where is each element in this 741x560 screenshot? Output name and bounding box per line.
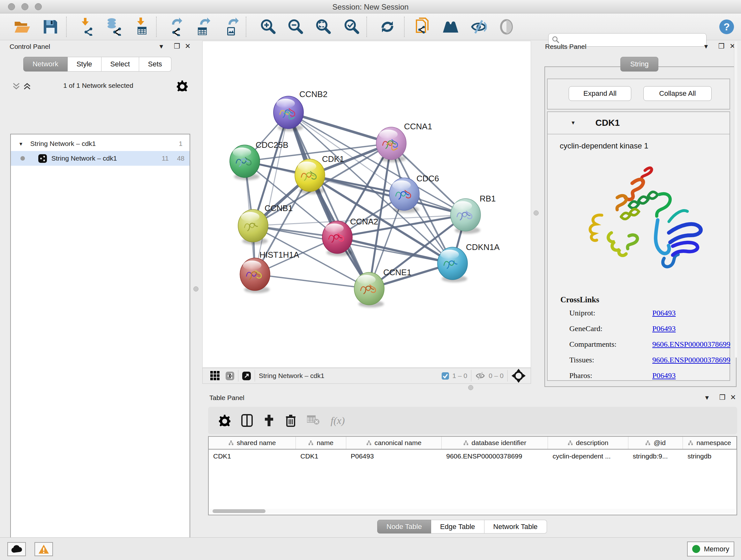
node-CCNB2[interactable] (273, 96, 304, 131)
zoom-out-icon[interactable] (286, 17, 305, 36)
results-panel-collapse-icon[interactable]: ▼ (703, 44, 709, 50)
open-session-icon[interactable] (13, 17, 31, 36)
column-header-canonical-name[interactable]: canonical name (346, 437, 442, 449)
table-horizontal-scrollbar[interactable] (210, 509, 735, 513)
tab-network[interactable]: Network (23, 57, 68, 71)
table-panel-collapse-icon[interactable]: ▼ (704, 395, 710, 401)
export-network-icon[interactable] (167, 17, 185, 36)
tab-node-table[interactable]: Node Table (377, 520, 431, 534)
cell-6[interactable]: stringdb (683, 452, 737, 460)
node-RB1[interactable] (451, 199, 481, 234)
eye-disabled-icon[interactable] (497, 17, 516, 36)
node-CCNE1[interactable] (354, 272, 384, 307)
open-in-new-window-icon[interactable] (242, 372, 251, 380)
tab-string[interactable]: String (620, 57, 658, 71)
column-header--id[interactable]: @id (628, 437, 683, 449)
help-icon[interactable]: ? (718, 17, 736, 36)
binoculars-icon[interactable] (441, 17, 460, 36)
warning-button[interactable] (35, 542, 53, 556)
clone-network-icon[interactable] (413, 17, 431, 36)
table-panel-float-icon[interactable]: ❒ (719, 394, 726, 401)
fit-content-crosshair-icon[interactable] (512, 369, 526, 383)
control-panel-collapse-icon[interactable]: ▼ (158, 44, 164, 50)
zoom-selected-icon[interactable] (343, 17, 361, 36)
results-panel-float-icon[interactable]: ❒ (718, 43, 725, 50)
node-CCNB1[interactable] (238, 209, 268, 245)
crosslink-compartments[interactable]: 9606.ENSP00000378699 (652, 340, 731, 349)
scrollbar-thumb[interactable] (212, 509, 266, 513)
gene-collapse-icon[interactable]: ▼ (570, 120, 576, 126)
cell-4[interactable]: cyclin-dependent ... (548, 452, 628, 460)
collapse-all-button[interactable]: Collapse All (643, 86, 712, 101)
cloud-button[interactable] (7, 542, 26, 556)
node-CDC6[interactable] (389, 178, 419, 213)
tab-style[interactable]: Style (68, 57, 102, 71)
selected-checkbox[interactable] (441, 372, 449, 380)
collapse-all-networks-icon[interactable] (12, 82, 20, 91)
column-header-namespace[interactable]: namespace (683, 437, 737, 449)
delete-table-icon[interactable] (307, 415, 320, 426)
cell-0[interactable]: CDK1 (209, 452, 296, 460)
table-settings-gear-icon[interactable] (219, 415, 230, 426)
export-table-icon[interactable] (194, 17, 213, 36)
import-network-icon[interactable] (77, 17, 96, 36)
cell-1[interactable]: CDK1 (296, 452, 346, 460)
crosslink-tissues[interactable]: 9606.ENSP00000378699 (652, 356, 731, 364)
function-builder-icon[interactable]: f(x) (331, 415, 345, 427)
tab-sets[interactable]: Sets (139, 57, 172, 71)
show-columns-icon[interactable] (241, 414, 253, 427)
network-canvas[interactable]: CCNB2CCNA1CDC25BCDK1CDC6RB1CCNB1CCNA2CDK… (202, 41, 531, 368)
import-database-icon[interactable] (105, 17, 123, 36)
refresh-icon[interactable] (378, 17, 397, 36)
memory-button[interactable]: Memory (687, 542, 734, 557)
left-splitter-handle[interactable] (193, 287, 199, 292)
edge-HIST1H1A-CCNE1[interactable] (255, 274, 369, 289)
table-panel-close-icon[interactable]: ✕ (730, 394, 736, 401)
network-collection-row[interactable]: ▼ String Network – cdk1 1 (11, 136, 190, 151)
delete-column-trash-icon[interactable] (285, 414, 296, 427)
zoom-fit-icon[interactable] (314, 17, 333, 36)
add-column-icon[interactable] (264, 414, 274, 427)
hide-eye-icon[interactable] (469, 17, 488, 36)
column-header-shared-name[interactable]: shared name (209, 437, 296, 449)
node-CDK1[interactable] (295, 159, 325, 194)
edge-CCNB2-CCNA1[interactable] (288, 112, 391, 143)
zoom-in-icon[interactable] (259, 17, 278, 36)
save-session-icon[interactable] (41, 17, 60, 36)
gene-card-header[interactable]: ▼ CDK1 (548, 112, 730, 134)
table-row[interactable]: CDK1CDK1P064939606.ENSP00000378699cyclin… (209, 449, 737, 463)
cell-3[interactable]: 9606.ENSP00000378699 (442, 452, 548, 460)
export-image-icon[interactable] (223, 17, 241, 36)
node-HIST1H1A[interactable] (240, 258, 270, 293)
import-table-icon[interactable] (133, 17, 151, 36)
node-CDC25B[interactable] (230, 145, 260, 180)
network-graph[interactable]: CCNB2CCNA1CDC25BCDK1CDC6RB1CCNB1CCNA2CDK… (203, 41, 531, 368)
column-header-name[interactable]: name (296, 437, 346, 449)
bottom-splitter-handle[interactable] (468, 385, 473, 390)
network-row-selected[interactable]: String Network – cdk1 11 48 (11, 151, 190, 166)
tab-network-table[interactable]: Network Table (484, 520, 547, 534)
results-scrollbar[interactable] (734, 42, 737, 358)
tab-edge-table[interactable]: Edge Table (431, 520, 484, 534)
control-panel-float-icon[interactable]: ❒ (174, 43, 180, 50)
tab-select[interactable]: Select (102, 57, 139, 71)
crosslink-pharos[interactable]: P06493 (652, 371, 731, 380)
right-splitter-handle[interactable] (534, 210, 539, 215)
tree-expand-icon[interactable]: ▼ (18, 141, 23, 146)
node-CCNA2[interactable] (322, 221, 352, 256)
crosslink-genecard[interactable]: P06493 (652, 324, 731, 333)
node-CCNA1[interactable] (376, 127, 406, 162)
string-style-icon[interactable] (226, 372, 234, 380)
control-panel-close-icon[interactable]: ✕ (185, 43, 191, 50)
crosslink-uniprot[interactable]: P06493 (652, 309, 731, 317)
birds-eye-view-icon[interactable] (210, 371, 220, 381)
cell-2[interactable]: P06493 (346, 452, 442, 460)
edge-CCNB2-CCNE1[interactable] (288, 112, 369, 289)
cell-5[interactable]: stringdb:9... (628, 452, 683, 460)
node-CDKN1A[interactable] (437, 247, 468, 282)
node-table[interactable]: shared namenamecanonical namedatabase id… (208, 436, 737, 515)
hidden-eye-icon[interactable] (475, 371, 485, 380)
column-header-description[interactable]: description (548, 437, 628, 449)
network-options-gear-icon[interactable] (177, 80, 188, 92)
column-header-database-identifier[interactable]: database identifier (442, 437, 548, 449)
